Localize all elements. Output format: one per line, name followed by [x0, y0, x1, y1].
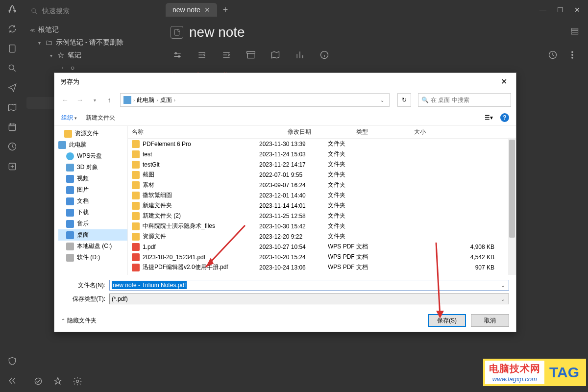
sync-status-icon[interactable]	[33, 376, 43, 388]
close-icon[interactable]: ✕	[498, 77, 510, 86]
file-row[interactable]: 资源文件2023-12-20 9:22文件夹	[128, 231, 508, 242]
hide-folders-toggle[interactable]: ⌃隐藏文件夹	[61, 317, 97, 325]
indent-right-icon[interactable]	[221, 50, 231, 62]
minimize-button[interactable]: ―	[539, 6, 546, 14]
chevron-right-icon[interactable]: ›	[133, 98, 135, 103]
col-type[interactable]: 类型	[356, 128, 414, 136]
file-row[interactable]: 新建文件夹 (2)2023-11-25 12:58文件夹	[128, 211, 508, 221]
chevron-right-icon[interactable]: ›	[174, 98, 175, 103]
file-row[interactable]: test2023-11-24 15:03文件夹	[128, 149, 508, 159]
location-tree-item[interactable]: 图片	[58, 184, 127, 196]
address-bar[interactable]: › 此电脑 › 桌面 › ⌄	[120, 93, 390, 107]
file-row[interactable]: 中科院院士演示隐身术_files2023-10-30 15:42文件夹	[128, 221, 508, 231]
maximize-button[interactable]: ☐	[557, 6, 564, 14]
note-icon[interactable]	[7, 43, 18, 54]
chevron-down-icon[interactable]: ▾	[36, 40, 42, 46]
quick-search[interactable]: 快速搜索	[26, 4, 160, 19]
location-tree-item[interactable]: 下载	[58, 207, 127, 218]
cancel-button[interactable]: 取消	[471, 314, 509, 327]
location-tree-item[interactable]: 本地磁盘 (C:)	[58, 241, 127, 252]
root-note-row[interactable]: ≪ 根笔记	[26, 24, 160, 36]
chevron-right-icon[interactable]: ›	[60, 65, 66, 71]
file-row[interactable]: PDFelement 6 Pro2023-11-30 13:39文件夹	[128, 139, 508, 149]
map-icon[interactable]	[270, 50, 280, 62]
recent-dropdown[interactable]: ▾	[89, 94, 100, 106]
new-folder-button[interactable]: 新建文件夹	[86, 114, 115, 122]
tab-active[interactable]: new note ✕	[166, 3, 217, 17]
close-icon[interactable]: ✕	[204, 6, 210, 14]
location-tree-item[interactable]: 3D 对象	[58, 162, 127, 173]
breadcrumb-item[interactable]: 桌面	[160, 96, 172, 104]
refresh-button[interactable]: ↻	[397, 93, 411, 107]
info-icon[interactable]	[319, 50, 329, 62]
file-list-body[interactable]: PDFelement 6 Pro2023-11-30 13:39文件夹test2…	[128, 139, 516, 275]
file-row[interactable]: 2023-10-20_152341.pdf2023-10-20 15:24WPS…	[128, 252, 508, 262]
file-list-header[interactable]: 名称 ⌃ 修改日期 类型 大小	[128, 126, 516, 139]
new-tab-button[interactable]: +	[223, 5, 228, 15]
tree-note-row[interactable]: ▾ 笔记	[26, 49, 160, 62]
more-icon[interactable]	[567, 50, 577, 62]
col-size[interactable]: 大小	[414, 128, 512, 136]
tree-child-row[interactable]: ›○	[26, 62, 160, 74]
calendar-icon[interactable]	[7, 122, 18, 132]
forward-button[interactable]: →	[74, 94, 86, 106]
file-row[interactable]: 1.pdf2023-10-27 10:54WPS PDF 文档4,908 KB	[128, 242, 508, 252]
col-date[interactable]: 修改日期	[288, 128, 356, 136]
breadcrumb-item[interactable]: 此电脑	[137, 96, 154, 104]
gear-icon[interactable]	[73, 376, 82, 388]
close-window-button[interactable]: ✕	[574, 6, 580, 14]
location-tree-item[interactable]: 视频	[58, 173, 127, 184]
chevron-down-icon[interactable]: ▾	[48, 53, 54, 58]
view-options-button[interactable]: ☰▾	[483, 113, 494, 122]
search-icon[interactable]	[7, 63, 18, 74]
filename-value[interactable]: new note - Trilium Notes.pdf	[112, 281, 187, 289]
settings-icon[interactable]	[172, 50, 182, 62]
file-row[interactable]: 素材2023-09-07 16:24文件夹	[128, 180, 508, 190]
history-icon[interactable]	[7, 141, 18, 152]
location-tree-item[interactable]: 软件 (D:)	[58, 252, 127, 263]
file-row[interactable]: 截图2022-07-01 9:55文件夹	[128, 170, 508, 180]
archive-icon[interactable]	[246, 50, 256, 62]
location-tree-item[interactable]: 桌面	[58, 229, 127, 241]
sync-icon[interactable]	[7, 24, 18, 34]
filetype-field[interactable]: (*.pdf) ⌄	[109, 294, 509, 304]
col-name[interactable]: 名称	[132, 128, 259, 136]
send-icon[interactable]	[7, 82, 18, 93]
dialog-search[interactable]: 🔍	[418, 93, 511, 107]
file-row[interactable]: 新建文件夹2023-11-14 14:01文件夹	[128, 200, 508, 211]
collapse-all-icon[interactable]: ≪	[29, 27, 35, 33]
up-button[interactable]: ↑	[103, 94, 115, 106]
chevron-right-icon[interactable]: ›	[156, 98, 158, 103]
star-icon[interactable]	[53, 376, 63, 388]
indent-left-icon[interactable]	[197, 50, 207, 62]
note-menu-button[interactable]	[570, 27, 579, 38]
filename-field[interactable]: new note - Trilium Notes.pdf ⌄	[109, 280, 509, 291]
location-tree-item[interactable]: WPS云盘	[58, 150, 127, 162]
help-icon[interactable]: ?	[500, 113, 509, 122]
back-button[interactable]: ←	[59, 94, 71, 106]
add-note-icon[interactable]	[7, 161, 18, 172]
scrollbar-thumb[interactable]	[509, 140, 515, 238]
save-button[interactable]: 保存(S)	[428, 314, 466, 327]
filetype-dropdown[interactable]: ⌄	[499, 296, 507, 302]
dialog-search-input[interactable]	[431, 97, 508, 103]
address-dropdown[interactable]: ⌄	[378, 98, 386, 103]
file-row[interactable]: 迅捷PDF编辑器v2.0使用手册.pdf2023-10-24 13:06WPS …	[128, 262, 508, 272]
filename-dropdown[interactable]: ⌄	[499, 283, 507, 288]
location-tree-item[interactable]: 此电脑	[58, 139, 127, 150]
organize-menu[interactable]: 组织	[61, 114, 77, 122]
scrollbar[interactable]	[508, 138, 516, 275]
file-row[interactable]: testGit2023-11-22 14:17文件夹	[128, 159, 508, 170]
tree-folder-row[interactable]: ▾ 示例笔记 - 请不要删除	[26, 36, 160, 49]
map-icon[interactable]	[7, 102, 18, 113]
collapse-icon[interactable]	[7, 375, 18, 386]
chart-icon[interactable]	[295, 50, 305, 62]
shield-icon[interactable]	[7, 356, 18, 367]
file-row[interactable]: 微软繁细圆2023-12-01 14:40文件夹	[128, 190, 508, 200]
history-icon[interactable]	[548, 50, 558, 62]
location-tree-item[interactable]: 文档	[58, 196, 127, 207]
location-tree-item[interactable]: 资源文件	[58, 128, 127, 139]
note-type-icon[interactable]	[171, 26, 183, 39]
location-tree-item[interactable]: 音乐	[58, 218, 127, 229]
note-title[interactable]: new note	[189, 24, 245, 40]
